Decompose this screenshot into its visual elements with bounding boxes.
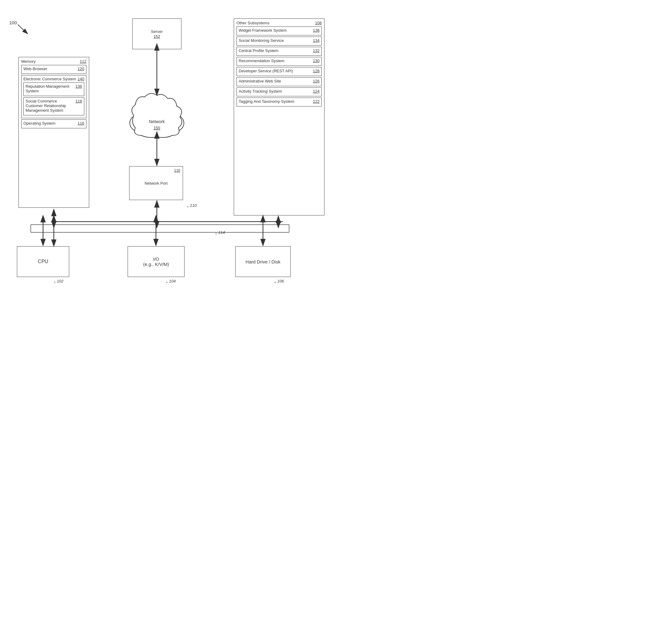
tagging-taxonomy-box: Tagging And Taxonomy System 122 [236,98,322,106]
widget-framework-num: 138 [313,28,320,33]
subsystems-num: 108 [315,21,322,25]
recommendation-num: 130 [313,59,320,63]
bus-114-ref: ⌞ 114 [215,230,225,235]
svg-point-10 [135,104,179,136]
widget-framework-label: Widget Framework System [239,28,287,33]
social-commerce-num: 118 [75,99,82,103]
memory-num: 112 [80,59,86,64]
developer-service-box: Developer Service (REST API) 128 [236,67,322,76]
netport-label: Network Port [145,181,167,185]
os-num: 116 [77,121,84,126]
network-port-box: Network Port 110 [129,166,183,200]
social-commerce-label: Social Commerce Customer Relationship Ma… [26,99,69,113]
reputation-num: 136 [75,84,82,89]
svg-point-9 [145,99,169,117]
server-num: 152 [153,34,160,39]
recommendation-label: Recommendation System [239,59,285,63]
subsystems-box: Other Subsystems 108 Widget Framework Sy… [234,19,325,215]
server-box: Server 152 [132,19,182,49]
svg-point-11 [130,114,153,132]
svg-point-13 [145,99,169,116]
ecommerce-num: 140 [77,77,84,81]
io-label: I/O (e.g., K/V/M) [143,256,169,267]
cpu-ref: ⌞ 102 [54,279,63,283]
tagging-taxonomy-num: 122 [313,99,320,104]
cpu-label: CPU [38,259,48,264]
memory-label: Memory [21,59,36,64]
developer-service-label: Developer Service (REST API) [239,69,293,73]
social-monitoring-num: 134 [313,38,320,43]
social-commerce-box: Social Commerce Customer Relationship Ma… [23,97,84,115]
network-cloud: Network 150 [130,94,184,138]
social-monitoring-box: Social Monitoring Service 134 [236,37,322,45]
svg-point-8 [160,114,184,132]
ecommerce-box: Electronic Commerce System 140 Reputatio… [21,75,86,118]
web-browser-label: Web Browser [23,67,47,71]
harddrive-label: Hard Drive / Disk [246,259,280,264]
svg-point-6 [134,103,180,137]
admin-website-label: Administrative Web Site [239,79,281,83]
admin-website-box: Administrative Web Site 126 [236,77,322,86]
central-profile-box: Central Profile System 132 [236,47,322,56]
svg-point-12 [161,114,183,132]
tagging-taxonomy-label: Tagging And Taxonomy System [239,99,294,104]
hd-ref: ⌞ 106 [274,279,284,283]
svg-line-4 [18,25,28,34]
reputation-label: Reputation Management System [26,84,75,93]
activity-tracking-label: Activity Tracking System [239,89,282,94]
activity-tracking-box: Activity Tracking System 124 [236,88,322,96]
memory-box: Memory 112 Web Browser 120 Electronic Co… [18,57,89,208]
developer-service-num: 128 [313,69,320,73]
central-profile-num: 132 [313,48,320,53]
ecommerce-label: Electronic Commerce System [23,77,76,81]
widget-framework-box: Widget Framework System 138 [236,27,322,35]
diagram-ref-100: 100 [9,20,17,25]
recommendation-box: Recommendation System 130 [236,57,322,66]
cpu-box: CPU [17,246,69,277]
activity-tracking-num: 124 [313,89,320,94]
netport-110-ref: ⌞ 110 [187,203,196,208]
social-monitoring-label: Social Monitoring Service [239,38,284,43]
web-browser-box: Web Browser 120 [21,65,86,74]
diagram-container: 100 Server 152 Memory 112 Web Browser 12… [0,0,338,311]
subsystems-label: Other Subsystems [236,21,269,25]
reputation-box: Reputation Management System 136 [23,82,84,96]
svg-point-7 [130,114,153,132]
os-label: Operating System [23,121,55,126]
harddrive-box: Hard Drive / Disk [235,246,291,277]
central-profile-label: Central Profile System [239,48,278,53]
netport-num: 110 [174,168,180,173]
svg-text:150: 150 [153,126,160,130]
web-browser-num: 120 [77,67,84,71]
svg-text:Network: Network [149,119,165,124]
admin-website-num: 126 [313,79,320,83]
io-box: I/O (e.g., K/V/M) [127,246,185,277]
server-label: Server [151,29,163,34]
os-box: Operating System 116 [21,119,86,128]
io-ref: ⌞ 104 [166,279,176,283]
